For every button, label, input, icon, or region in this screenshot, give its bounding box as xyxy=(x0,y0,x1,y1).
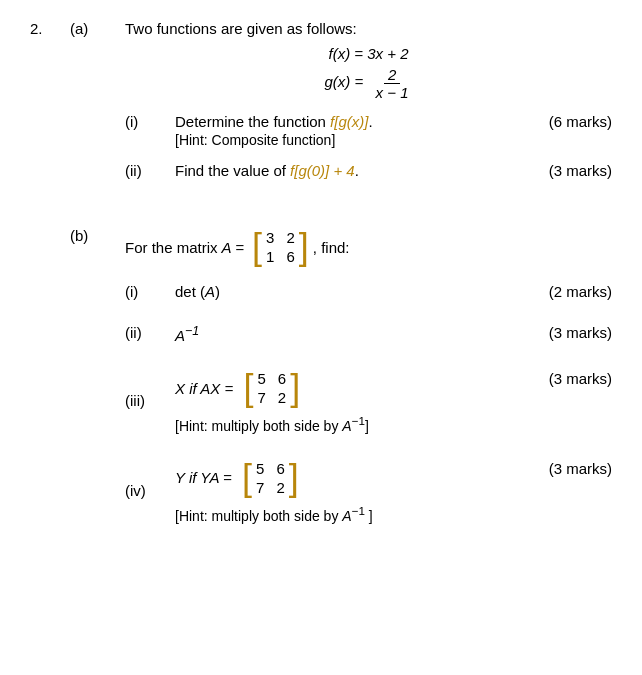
part-a-label: (a) xyxy=(70,20,125,193)
question-row: 2. (a) Two functions are given as follow… xyxy=(30,20,612,193)
part-a-ii-marks: (3 marks) xyxy=(522,162,612,179)
matrix-iv-right: ] xyxy=(289,460,299,496)
matrix-iii-10: 7 xyxy=(257,389,265,406)
matrix-iv-left: [ xyxy=(242,460,252,496)
part-b-iv-eq: Y if YA = [ 5 6 7 2 ] xyxy=(175,458,522,498)
part-b-number-spacer xyxy=(30,227,70,537)
matrix-cell-10: 1 xyxy=(266,248,274,265)
part-b-iv-hint: [Hint: multiply both side by A−1 ] xyxy=(175,504,522,524)
part-b-intro-after: , find: xyxy=(313,239,350,256)
matrix-iii-11: 2 xyxy=(278,389,286,406)
matrix-cell-11: 6 xyxy=(286,248,294,265)
matrix-iv-01: 6 xyxy=(276,460,284,477)
matrix-iv-10: 7 xyxy=(256,479,264,496)
part-b-label: (b) xyxy=(70,227,125,537)
matrix-iv-cells: 5 6 7 2 xyxy=(252,458,289,498)
matrix-a-cells: 3 2 1 6 xyxy=(262,227,299,267)
part-b-ii-label: (ii) xyxy=(125,324,175,344)
gx-denominator: x − 1 xyxy=(372,84,413,101)
part-a-intro: Two functions are given as follows: xyxy=(125,20,612,37)
det-text: det (A) xyxy=(175,283,220,300)
x-if-ax-text: X if AX = xyxy=(175,380,237,397)
part-b-iii-marks: (3 marks) xyxy=(522,368,612,387)
gx-label: g(x) = xyxy=(324,73,367,90)
part-a-i-label: (i) xyxy=(125,113,175,148)
matrix-cell-01: 2 xyxy=(286,229,294,246)
part-b-intro-before: For the matrix xyxy=(125,239,218,256)
part-a-i-hint: [Hint: Composite function] xyxy=(175,132,522,148)
y-if-ya-text: Y if YA = xyxy=(175,469,236,486)
part-b-row: (b) For the matrix A = [ 3 2 1 6 ] , xyxy=(30,227,612,537)
part-b-iii-content: X if AX = [ 5 6 7 2 ] [Hint: m xyxy=(175,368,522,434)
part-b-ii-row: (ii) A−1 (3 marks) xyxy=(125,324,612,344)
part-b-i-label: (i) xyxy=(125,283,175,300)
part-b-iv-row: (iv) Y if YA = [ 5 6 7 2 ] xyxy=(125,458,612,524)
vertical-divider xyxy=(125,314,612,324)
question-number: 2. xyxy=(30,20,70,193)
matrix-cell-00: 3 xyxy=(266,229,274,246)
matrix-iv-container: [ 5 6 7 2 ] xyxy=(242,458,299,498)
matrix-iii-left: [ xyxy=(243,370,253,406)
gx-fraction: 2 x − 1 xyxy=(372,66,413,101)
gx-numerator: 2 xyxy=(384,66,400,84)
part-b-iv-content: Y if YA = [ 5 6 7 2 ] [Hint: m xyxy=(175,458,522,524)
part-a-ii-text: Find the value of f[g(0)] + 4. xyxy=(175,162,522,179)
part-b-i-marks: (2 marks) xyxy=(522,283,612,300)
part-b-i-content: det (A) xyxy=(175,283,522,300)
part-b-ii-content: A−1 xyxy=(175,324,522,344)
a-inverse-text: A−1 xyxy=(175,327,199,344)
matrix-iv-11: 2 xyxy=(276,479,284,496)
part-a-i-content: Determine the function f[g(x)]. [Hint: C… xyxy=(175,113,522,148)
gx-formula-line: g(x) = 2 x − 1 xyxy=(125,66,612,101)
part-b-iv-marks: (3 marks) xyxy=(522,458,612,477)
part-b-content: For the matrix A = [ 3 2 1 6 ] , find: xyxy=(125,227,612,537)
part-b-i-row: (i) det (A) (2 marks) xyxy=(125,283,612,300)
matrix-iii-00: 5 xyxy=(257,370,265,387)
part-a-ii-row: (ii) Find the value of f[g(0)] + 4. (3 m… xyxy=(125,162,612,179)
part-b-iii-row: (iii) X if AX = [ 5 6 7 2 ] xyxy=(125,368,612,434)
matrix-iii-cells: 5 6 7 2 xyxy=(253,368,290,408)
part-b-iv-label: (iv) xyxy=(125,482,175,499)
part-a-content: Two functions are given as follows: f(x)… xyxy=(125,20,612,193)
fg0-notation: f[g(0)] + 4 xyxy=(290,162,355,179)
part-a-i-text: Determine the function f[g(x)]. xyxy=(175,113,522,130)
matrix-a-container: [ 3 2 1 6 ] xyxy=(252,227,309,267)
matrix-right-bracket: ] xyxy=(299,229,309,265)
question-container: 2. (a) Two functions are given as follow… xyxy=(30,20,612,537)
part-b-header: For the matrix A = [ 3 2 1 6 ] , find: xyxy=(125,227,612,267)
matrix-left-bracket: [ xyxy=(252,229,262,265)
part-b-ii-marks: (3 marks) xyxy=(522,324,612,344)
part-a-i-row: (i) Determine the function f[g(x)]. [Hin… xyxy=(125,113,612,148)
part-b-iii-hint: [Hint: multiply both side by A−1] xyxy=(175,414,522,434)
part-b-iii-label: (iii) xyxy=(125,392,175,409)
part-a-ii-label: (ii) xyxy=(125,162,175,179)
part-b-iii-eq: X if AX = [ 5 6 7 2 ] xyxy=(175,368,522,408)
part-a-ii-content: Find the value of f[g(0)] + 4. xyxy=(175,162,522,179)
fg-notation: f[g(x)] xyxy=(330,113,368,130)
matrix-iii-right: ] xyxy=(290,370,300,406)
matrix-iv-00: 5 xyxy=(256,460,264,477)
part-a-i-marks: (6 marks) xyxy=(522,113,612,148)
fx-formula-line: f(x) = 3x + 2 xyxy=(125,45,612,62)
matrix-iii-01: 6 xyxy=(278,370,286,387)
fx-text: f(x) = 3x + 2 xyxy=(328,45,408,62)
matrix-iii-container: [ 5 6 7 2 ] xyxy=(243,368,300,408)
matrix-a-label: A = xyxy=(222,239,249,256)
